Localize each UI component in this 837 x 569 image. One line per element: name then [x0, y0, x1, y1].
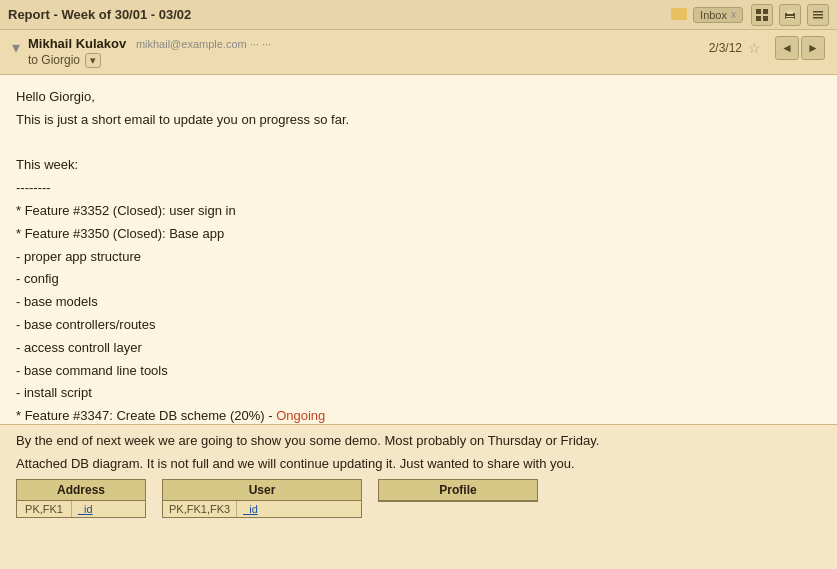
window-title: Report - Week of 30/01 - 03/02: [8, 7, 665, 22]
sub3: - base models: [16, 292, 821, 313]
svg-rect-6: [786, 16, 794, 17]
email-meta: 2/3/12 ☆ ◄ ►: [709, 36, 825, 60]
to-dropdown-btn[interactable]: ▾: [85, 53, 101, 68]
prev-email-btn[interactable]: ◄: [775, 36, 799, 60]
next-email-btn[interactable]: ►: [801, 36, 825, 60]
grid-icon: [756, 9, 768, 21]
more-icon: [812, 9, 824, 21]
folder-icon: [671, 8, 687, 20]
print-btn[interactable]: [779, 4, 801, 26]
address-field-cell: _id: [72, 501, 99, 517]
intro: This is just a short email to update you…: [16, 110, 821, 131]
email-header: ▾ Mikhail Kulakov mikhail@example.com ··…: [0, 30, 837, 75]
this-week: This week:: [16, 155, 821, 176]
title-actions: [751, 4, 829, 26]
nav-arrows: ◄ ►: [775, 36, 825, 60]
sub7: - install script: [16, 383, 821, 404]
svg-rect-5: [787, 10, 793, 14]
user-table-header: User: [163, 480, 361, 501]
more-btn[interactable]: [807, 4, 829, 26]
ongoing-label: Ongoing: [276, 408, 325, 423]
sender-info: Mikhail Kulakov mikhail@example.com ··· …: [28, 36, 709, 68]
profile-table-header: Profile: [379, 480, 537, 501]
grid-view-btn[interactable]: [751, 4, 773, 26]
svg-rect-0: [756, 9, 761, 14]
db-tables-container: Address PK,FK1 _id User PK,FK1,FK3 _id P…: [16, 479, 821, 518]
svg-rect-7: [786, 18, 794, 19]
email-date: 2/3/12: [709, 41, 742, 55]
address-table-header: Address: [17, 480, 145, 501]
closing1: By the end of next week we are going to …: [16, 433, 821, 448]
svg-rect-2: [756, 16, 761, 21]
user-table: User PK,FK1,FK3 _id: [162, 479, 362, 518]
address-pk-cell: PK,FK1: [17, 501, 72, 517]
svg-rect-10: [813, 17, 823, 19]
feature1: * Feature #3352 (Closed): user sign in: [16, 201, 821, 222]
user-pk-cell: PK,FK1,FK3: [163, 501, 237, 517]
expand-btn[interactable]: ▾: [12, 38, 20, 57]
to-label: to Giorgio: [28, 53, 80, 67]
star-btn[interactable]: ☆: [748, 40, 761, 56]
svg-rect-3: [763, 16, 768, 21]
title-bar: Report - Week of 30/01 - 03/02 Inbox x: [0, 0, 837, 30]
svg-rect-9: [813, 14, 823, 16]
to-line: to Giorgio ▾: [28, 53, 709, 68]
table-row: PK,FK1,FK3 _id: [163, 501, 361, 517]
sub5: - access controll layer: [16, 338, 821, 359]
sub6: - base command line tools: [16, 361, 821, 382]
print-icon: [784, 9, 796, 21]
feature3-prefix: * Feature #3347: Create DB scheme (20%) …: [16, 408, 276, 423]
sub4: - base controllers/routes: [16, 315, 821, 336]
inbox-label: Inbox: [700, 9, 727, 21]
email-body: Hello Giorgio, This is just a short emai…: [0, 75, 837, 424]
user-field-cell: _id: [237, 501, 264, 517]
feature3: * Feature #3347: Create DB scheme (20%) …: [16, 406, 821, 424]
address-table: Address PK,FK1 _id: [16, 479, 146, 518]
profile-table: Profile: [378, 479, 538, 502]
sender-name: Mikhail Kulakov: [28, 36, 126, 51]
db-diagram-section: By the end of next week we are going to …: [0, 424, 837, 564]
sender-email: mikhail@example.com ··· ···: [136, 38, 271, 50]
greeting: Hello Giorgio,: [16, 87, 821, 108]
svg-rect-8: [813, 11, 823, 13]
sub2: - config: [16, 269, 821, 290]
svg-rect-1: [763, 9, 768, 14]
feature2: * Feature #3350 (Closed): Base app: [16, 224, 821, 245]
sub1: - proper app structure: [16, 247, 821, 268]
blank1: [16, 133, 821, 154]
divider1: --------: [16, 178, 821, 199]
table-row: PK,FK1 _id: [17, 501, 145, 517]
closing2: Attached DB diagram. It is not full and …: [16, 456, 821, 471]
inbox-close-btn[interactable]: x: [731, 9, 736, 20]
inbox-badge[interactable]: Inbox x: [693, 7, 743, 23]
